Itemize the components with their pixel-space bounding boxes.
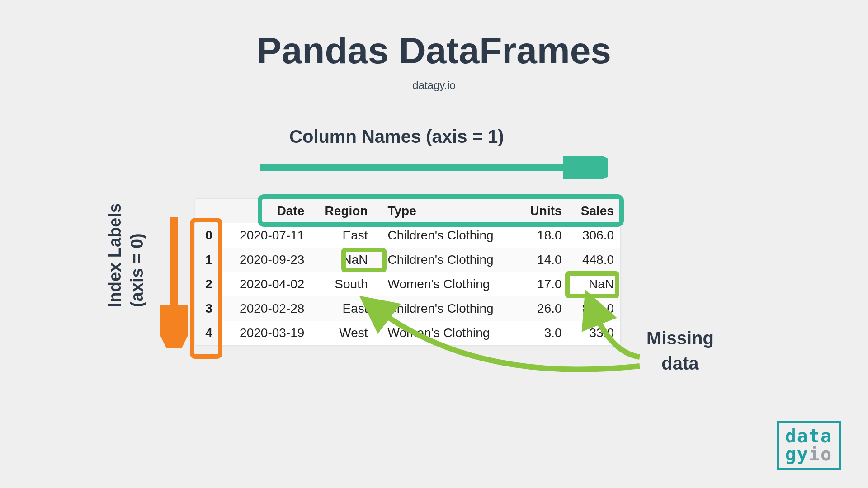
table-row: 3 2020-02-28 East Children's Clothing 26… [195, 296, 620, 321]
column-names-highlight [258, 194, 624, 227]
missing-line1: Missing [646, 328, 714, 348]
page-title: Pandas DataFrames [0, 29, 868, 72]
table-row: 1 2020-09-23 NaN Children's Clothing 14.… [195, 248, 620, 272]
nan-highlight-sales [565, 271, 619, 298]
nan-highlight-region [341, 248, 387, 272]
arrow-right-icon [260, 156, 608, 179]
cell-region: South [311, 272, 374, 296]
cell-sales: 33.0 [568, 321, 620, 345]
table-row: 2 2020-04-02 South Women's Clothing 17.0… [195, 272, 620, 296]
cell-units: 3.0 [518, 321, 568, 345]
cell-date: 2020-02-28 [222, 296, 311, 321]
cell-type: Children's Clothing [374, 223, 518, 248]
logo-line2b: io [809, 444, 832, 465]
cell-region: East [311, 223, 374, 248]
arrow-down-icon [160, 217, 188, 348]
index-labels-label: Index Labels (axis = 0) [104, 203, 149, 307]
cell-type: Children's Clothing [374, 296, 518, 321]
index-labels-text: Index Labels [105, 203, 124, 307]
cell-type: Women's Clothing [374, 321, 518, 345]
cell-sales: 306.0 [568, 223, 620, 248]
missing-line2: data [661, 353, 698, 373]
logo-line2a: gy [785, 444, 809, 465]
axis0-text: (axis = 0) [127, 233, 146, 307]
cell-type: Children's Clothing [374, 248, 518, 272]
cell-date: 2020-07-11 [222, 223, 311, 248]
cell-date: 2020-04-02 [222, 272, 311, 296]
cell-units: 17.0 [518, 272, 568, 296]
index-labels-highlight [190, 218, 222, 359]
cell-type: Women's Clothing [374, 272, 518, 296]
column-names-label: Column Names (axis = 1) [289, 127, 504, 147]
missing-data-label: Missing data [646, 325, 714, 376]
cell-sales: 832.0 [568, 296, 620, 321]
datagy-logo: data gyio [777, 421, 841, 470]
table-row: 4 2020-03-19 West Women's Clothing 3.0 3… [195, 321, 620, 345]
cell-units: 14.0 [518, 248, 568, 272]
cell-date: 2020-09-23 [222, 248, 311, 272]
page-subtitle: datagy.io [0, 79, 868, 92]
cell-sales: 448.0 [568, 248, 620, 272]
logo-line1: data [785, 427, 832, 445]
cell-region: West [311, 321, 374, 345]
cell-region: East [311, 296, 374, 321]
table-row: 0 2020-07-11 East Children's Clothing 18… [195, 223, 620, 248]
cell-date: 2020-03-19 [222, 321, 311, 345]
cell-units: 18.0 [518, 223, 568, 248]
cell-units: 26.0 [518, 296, 568, 321]
